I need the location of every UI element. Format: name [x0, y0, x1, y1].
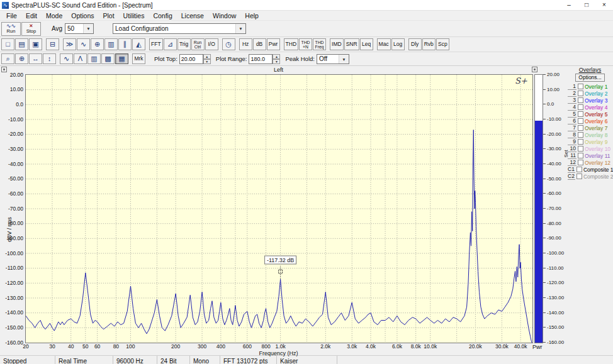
peak-plot-button[interactable]: Λ: [74, 53, 87, 64]
bar-plot-button[interactable]: ▥: [87, 53, 101, 64]
overlay-checkbox[interactable]: [578, 118, 583, 124]
menu-edit[interactable]: Edit: [21, 12, 42, 19]
overlay-checkbox[interactable]: [578, 97, 583, 103]
overlay-label[interactable]: Overlay 2: [585, 91, 607, 97]
thd-n-button[interactable]: THD+N: [299, 38, 312, 50]
spectrum-plot[interactable]: -117.32 dB: [25, 74, 533, 343]
load-configuration-combobox[interactable]: Load Configuration ▼: [113, 23, 246, 34]
menu-help[interactable]: Help: [240, 12, 263, 19]
menu-window[interactable]: Window: [208, 12, 240, 19]
overlay-checkbox[interactable]: [576, 167, 582, 172]
menu-options[interactable]: Options: [67, 12, 98, 19]
thd-button[interactable]: THD: [284, 38, 298, 50]
utilities-button[interactable]: ⊕: [91, 38, 104, 50]
overlay-label[interactable]: Overlay 10: [585, 146, 610, 152]
hz-button[interactable]: Hz: [239, 38, 252, 50]
line-plot-button[interactable]: ∿: [60, 53, 73, 64]
overlay-label[interactable]: Overlay 1: [585, 84, 607, 90]
menu-file[interactable]: File: [2, 12, 21, 19]
timer-button[interactable]: ◷: [222, 38, 235, 50]
menu-mode[interactable]: Mode: [42, 12, 67, 19]
overlay-label[interactable]: Composite 1: [583, 167, 613, 173]
open-file-button[interactable]: ▤: [15, 38, 28, 50]
playback-button[interactable]: ≫: [63, 38, 76, 50]
overlay-checkbox[interactable]: [578, 91, 583, 96]
overlay-checkbox[interactable]: [576, 174, 582, 179]
run-button[interactable]: ∿∿ Run: [1, 22, 21, 36]
spin-up-icon[interactable]: ▲: [273, 54, 280, 59]
spectrogram-view-button[interactable]: ∥: [118, 38, 132, 50]
spectrogram-plot-button[interactable]: ▩: [101, 53, 115, 64]
scaling-button[interactable]: ⊿: [164, 38, 177, 50]
chevron-down-icon[interactable]: ▼: [83, 24, 93, 33]
signal-generator-button[interactable]: ∿: [77, 38, 90, 50]
save-button[interactable]: ▣: [29, 38, 42, 50]
delay-button[interactable]: Dly: [408, 38, 422, 50]
peak-hold-combobox[interactable]: Off ▼: [317, 54, 349, 64]
plot-range-spinner[interactable]: 180.0 ▲ ▼: [249, 54, 280, 64]
zoom-button[interactable]: ⌕: [1, 53, 14, 64]
menu-utilities[interactable]: Utilities: [119, 12, 149, 19]
plot-top-value[interactable]: 20.00: [179, 54, 203, 64]
overlay-label[interactable]: Overlay 9: [585, 139, 607, 145]
overlay-label[interactable]: Overlay 6: [585, 118, 607, 124]
overlay-label[interactable]: Overlay 7: [585, 125, 607, 131]
zoom-y-button[interactable]: ↕: [43, 53, 56, 64]
chevron-down-icon[interactable]: ▼: [235, 24, 245, 33]
log-button[interactable]: Log: [391, 38, 405, 50]
stop-button[interactable]: × Stop: [21, 22, 41, 36]
spin-up-icon[interactable]: ▲: [203, 54, 211, 59]
overlay-checkbox[interactable]: [578, 125, 583, 131]
overlay-checkbox[interactable]: [578, 146, 583, 152]
spin-down-icon[interactable]: ▼: [273, 59, 280, 64]
overlay-checkbox[interactable]: [578, 139, 583, 145]
overlay-checkbox[interactable]: [578, 84, 583, 89]
overlay-checkbox[interactable]: [578, 153, 583, 158]
marker-button[interactable]: Mrk: [132, 53, 145, 64]
run-control-button[interactable]: RunCtrl: [191, 38, 205, 50]
new-file-button[interactable]: □: [1, 38, 14, 50]
thd-freq-button[interactable]: THDFreq: [313, 38, 326, 50]
print-button[interactable]: ⊟: [46, 38, 59, 50]
db-button[interactable]: dB: [253, 38, 266, 50]
overlay-label[interactable]: Overlay 12: [585, 160, 610, 166]
overlay-checkbox[interactable]: [578, 104, 583, 110]
menu-license[interactable]: License: [177, 12, 208, 19]
snr-button[interactable]: SNR: [344, 38, 359, 50]
overlay-label[interactable]: Overlay 11: [585, 153, 610, 159]
zoom-x-button[interactable]: ↔: [29, 53, 42, 64]
overlay-checkbox[interactable]: [578, 160, 583, 165]
spectrum-view-button[interactable]: ▥: [104, 38, 118, 50]
zoom-in-button[interactable]: ⊕: [15, 53, 28, 64]
trigger-button[interactable]: Trig: [177, 38, 191, 50]
avg-combobox[interactable]: 50 ▼: [65, 23, 94, 34]
plot-range-value[interactable]: 180.0: [249, 54, 273, 64]
grid-view-button[interactable]: ▦: [115, 53, 128, 64]
spin-down-icon[interactable]: ▼: [203, 59, 211, 64]
fft-settings-button[interactable]: FFT: [149, 38, 163, 50]
scope-button[interactable]: Scp: [436, 38, 449, 50]
plot-top-spinner[interactable]: 20.00 ▲ ▼: [179, 54, 211, 64]
overlay-options-button[interactable]: Options...: [575, 74, 604, 82]
chevron-down-icon[interactable]: ▼: [339, 55, 349, 63]
maximize-button[interactable]: □: [578, 1, 595, 10]
overlay-label[interactable]: Overlay 8: [585, 132, 607, 138]
overlay-label[interactable]: Overlay 4: [585, 104, 607, 111]
menu-plot[interactable]: Plot: [98, 12, 118, 19]
leq-button[interactable]: Leq: [360, 38, 373, 50]
menu-config[interactable]: Config: [149, 12, 176, 19]
surface-view-button[interactable]: ◭: [132, 38, 145, 50]
io-device-button[interactable]: I/O: [205, 38, 218, 50]
overlay-checkbox[interactable]: [578, 132, 583, 138]
overlay-label[interactable]: Overlay 3: [585, 97, 607, 104]
pwr-button[interactable]: Pwr: [267, 38, 280, 50]
macro-button[interactable]: Mac: [377, 38, 391, 50]
imd-button[interactable]: IMD: [330, 38, 344, 50]
overlay-label[interactable]: Composite 2: [583, 174, 613, 180]
reverb-button[interactable]: Rvb: [422, 38, 436, 50]
close-button[interactable]: ×: [595, 1, 613, 10]
minimize-button[interactable]: –: [560, 1, 578, 10]
overlay-checkbox[interactable]: [578, 111, 583, 117]
right-panel-corner-button[interactable]: [532, 67, 537, 72]
overlays-header-link[interactable]: Overlays: [568, 67, 612, 73]
